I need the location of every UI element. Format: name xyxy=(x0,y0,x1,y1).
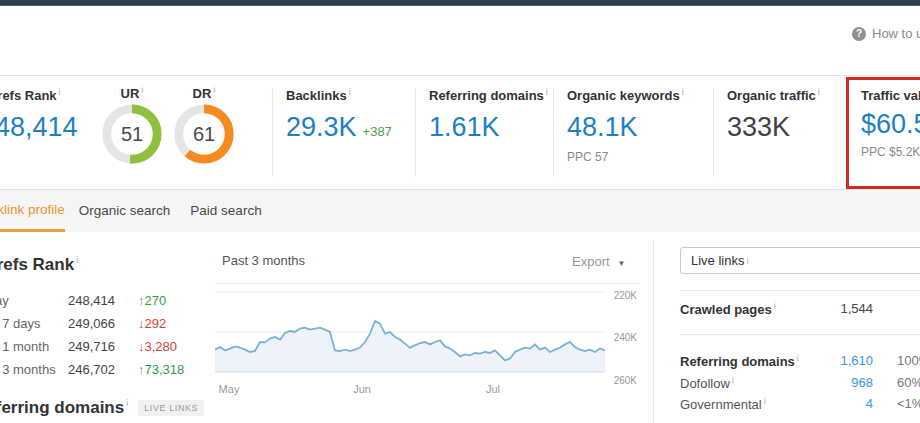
metric-value[interactable]: 29.3K+387 xyxy=(286,112,392,143)
info-icon[interactable]: i xyxy=(746,256,748,266)
metric-label: Organic keywordsi xyxy=(567,87,684,103)
y-axis-tick: 240K xyxy=(595,332,637,343)
referring-domains-row-value[interactable]: 1,610 xyxy=(773,353,873,368)
info-icon[interactable]: i xyxy=(682,87,684,97)
metric-sub-value: PPC 57 xyxy=(567,150,684,164)
row-change: ↑270 xyxy=(115,293,184,308)
row-label: Today xyxy=(0,293,58,308)
tab-organic-search[interactable]: Organic search xyxy=(79,190,171,232)
divider xyxy=(272,88,273,177)
ahrefs-rank-table: Today 248,414 ↑270 Last 7 days 249,066 ↓… xyxy=(0,289,184,381)
top-navigation-bar xyxy=(0,0,920,6)
ahrefs-rank-heading: Ahrefs Ranki xyxy=(0,255,78,275)
divider xyxy=(553,88,554,177)
metric-delta: +387 xyxy=(363,124,392,139)
metric-referring-domains: Referring domainsi 1.61K xyxy=(429,87,548,143)
help-link[interactable]: ? How to u xyxy=(852,26,920,41)
row-label: Last 1 month xyxy=(0,339,58,354)
dofollow-row-value[interactable]: 968 xyxy=(773,375,873,390)
gauge-label: DRi xyxy=(193,85,216,101)
rank-chart-svg xyxy=(215,288,605,378)
help-link-label: How to u xyxy=(872,26,920,41)
divider xyxy=(680,290,920,291)
info-icon[interactable]: i xyxy=(126,398,128,408)
question-circle-icon: ? xyxy=(852,27,866,41)
row-value: 248,414 xyxy=(58,293,115,308)
table-row: Today 248,414 ↑270 xyxy=(0,289,184,312)
metric-organic-keywords: Organic keywordsi 48.1K PPC 57 xyxy=(567,87,684,164)
dofollow-row-label: Dofollowi xyxy=(680,375,734,391)
metric-value[interactable]: 248,414 xyxy=(0,112,78,143)
x-axis-tick: Jul xyxy=(478,383,508,395)
dr-gauge: DRi 61 xyxy=(171,85,237,165)
metric-value[interactable]: 1.61K xyxy=(429,112,548,143)
divider xyxy=(215,283,640,284)
info-icon[interactable]: i xyxy=(76,255,78,265)
info-icon[interactable]: i xyxy=(213,85,215,95)
row-change: ↓292 xyxy=(115,316,184,331)
info-icon[interactable]: i xyxy=(818,87,820,97)
dofollow-row-pct: 60% xyxy=(897,375,920,390)
metrics-summary-card: Ahrefs Ranki 248,414 URi 51 DRi 61 xyxy=(0,75,920,190)
row-value: 249,716 xyxy=(58,339,115,354)
metric-label: Backlinksi xyxy=(286,87,392,103)
governmental-row-pct: <1% xyxy=(897,396,920,411)
gauge-value: 51 xyxy=(101,103,163,165)
governmental-row-label: Governmentali xyxy=(680,396,766,412)
tab-bar: Backlink profile Organic search Paid sea… xyxy=(0,190,920,232)
row-change: ↑73,318 xyxy=(115,362,184,377)
gauge-value: 61 xyxy=(173,103,235,165)
info-icon[interactable]: i xyxy=(764,396,766,406)
metric-sub-value: PPC $5.2K xyxy=(861,145,920,159)
chart-range-label: Past 3 months xyxy=(222,253,305,268)
table-row: Last 1 month 249,716 ↓3,280 xyxy=(0,335,184,358)
live-links-dropdown[interactable]: Live linksi xyxy=(680,247,920,274)
info-icon[interactable]: i xyxy=(349,87,351,97)
ur-gauge: URi 51 xyxy=(99,85,165,165)
metric-organic-traffic: Organic traffici 333K xyxy=(727,87,820,143)
row-value: 246,702 xyxy=(58,362,115,377)
info-icon[interactable]: i xyxy=(141,85,143,95)
y-axis-tick: 220K xyxy=(595,290,637,301)
crawled-pages-value: 1,544 xyxy=(773,301,873,316)
table-row: Last 3 months 246,702 ↑73,318 xyxy=(0,358,184,381)
row-change: ↓3,280 xyxy=(115,339,184,354)
export-button[interactable]: Export▼ xyxy=(572,254,626,269)
metric-ahrefs-rank: Ahrefs Ranki 248,414 xyxy=(0,87,78,143)
row-value: 249,066 xyxy=(58,316,115,331)
divider xyxy=(680,334,920,335)
tab-paid-search[interactable]: Paid search xyxy=(190,190,261,232)
site-explorer-page: ? How to u Ahrefs Ranki 248,414 URi 51 D… xyxy=(0,0,920,423)
divider xyxy=(653,240,654,423)
x-axis-tick: Jun xyxy=(347,383,377,395)
metric-label: Referring domainsi xyxy=(429,87,548,103)
info-icon[interactable]: i xyxy=(59,87,61,97)
live-links-badge: LIVE LINKS xyxy=(138,400,204,416)
x-axis-tick: May xyxy=(214,383,244,395)
tab-backlink-profile[interactable]: Backlink profile xyxy=(0,190,65,232)
divider xyxy=(415,88,416,177)
row-label: Last 3 months xyxy=(0,362,58,377)
y-axis-tick: 260K xyxy=(595,375,637,386)
crawled-pages-label: Crawled pagesi xyxy=(680,301,776,317)
referring-domains-heading: Referring domainsi LIVE LINKS xyxy=(0,398,204,418)
info-icon[interactable]: i xyxy=(732,375,734,385)
metric-value[interactable]: 48.1K xyxy=(567,112,684,143)
metric-label: Traffic valuei xyxy=(861,87,920,103)
metric-value: 333K xyxy=(727,112,820,143)
governmental-row-value[interactable]: 4 xyxy=(773,396,873,411)
info-icon[interactable]: i xyxy=(546,87,548,97)
metric-backlinks: Backlinksi 29.3K+387 xyxy=(286,87,392,143)
metric-value[interactable]: $60.5K xyxy=(861,109,920,140)
chevron-down-icon: ▼ xyxy=(618,259,626,268)
gauge-label: URi xyxy=(121,85,144,101)
metric-label: Ahrefs Ranki xyxy=(0,87,78,103)
traffic-value-highlight-box: Traffic valuei $60.5K PPC $5.2K xyxy=(846,77,920,189)
metric-label: Organic traffici xyxy=(727,87,820,103)
referring-domains-row-pct: 100% xyxy=(897,353,920,368)
divider xyxy=(713,88,714,177)
table-row: Last 7 days 249,066 ↓292 xyxy=(0,312,184,335)
rank-chart[interactable] xyxy=(215,288,605,378)
row-label: Last 7 days xyxy=(0,316,58,331)
